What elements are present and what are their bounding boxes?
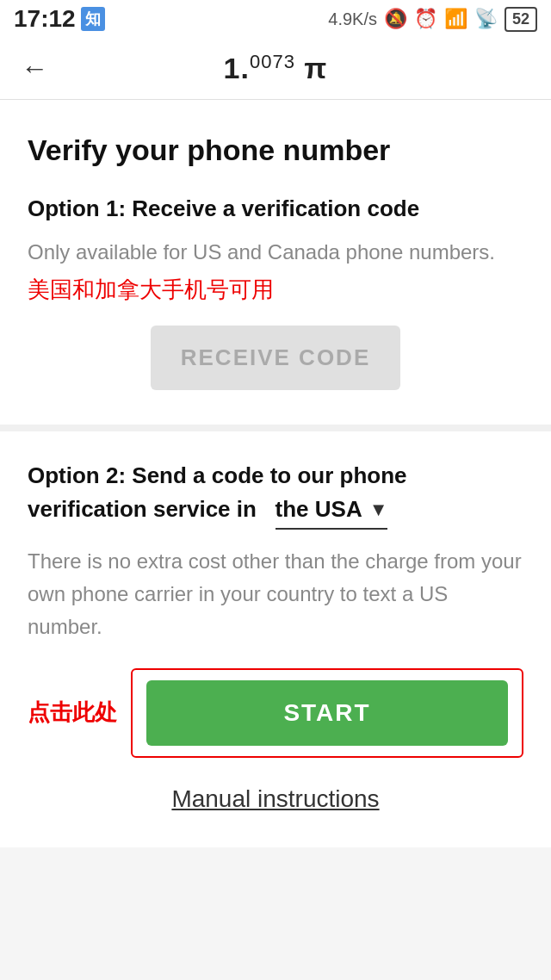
click-here-annotation: 点击此处	[28, 698, 117, 728]
country-dropdown[interactable]: the USA ▼	[276, 493, 388, 530]
title-decimal: 0073	[250, 51, 295, 72]
option2-title-line1: Option 2: Send a code to our phone	[28, 462, 407, 488]
battery-icon: 52	[505, 7, 537, 32]
manual-instructions-link[interactable]: Manual instructions	[28, 785, 523, 813]
main-content: Verify your phone number Option 1: Recei…	[0, 100, 551, 847]
option2-description: There is no extra cost other than the ch…	[28, 545, 523, 644]
back-button[interactable]: ←	[21, 53, 48, 84]
signal-icon: 📶	[444, 8, 467, 30]
nav-bar: ← 1.0073 π	[0, 38, 551, 100]
page-title-header: 1.0073 π	[224, 51, 328, 85]
start-button-box: START	[131, 668, 523, 758]
status-bar: 17:12 知 4.9K/s 🔕 ⏰ 📶 📡 52	[0, 0, 551, 38]
start-container: 点击此处 START	[28, 668, 523, 758]
network-speed: 4.9K/s	[328, 9, 377, 29]
dropdown-arrow-icon: ▼	[369, 495, 388, 524]
start-button[interactable]: START	[146, 680, 508, 746]
status-right: 4.9K/s 🔕 ⏰ 📶 📡 52	[328, 7, 537, 32]
option2-section: Option 2: Send a code to our phone verif…	[28, 459, 523, 813]
status-left: 17:12 知	[14, 5, 105, 33]
wifi-icon: 📡	[474, 8, 498, 30]
verify-phone-title: Verify your phone number	[28, 131, 523, 169]
title-number: 1.	[224, 53, 250, 85]
status-badge: 知	[81, 7, 105, 31]
title-symbol: π	[304, 53, 327, 85]
option1-subtitle: Only available for US and Canada phone n…	[28, 237, 523, 268]
mute-icon: 🔕	[384, 8, 407, 30]
option2-title: Option 2: Send a code to our phone verif…	[28, 459, 523, 530]
option1-title: Option 1: Receive a verification code	[28, 193, 523, 224]
dropdown-value: the USA	[276, 493, 362, 526]
status-time: 17:12	[14, 5, 76, 33]
alarm-icon: ⏰	[414, 8, 437, 30]
option2-title-line2: verification service in	[28, 496, 257, 522]
section-divider	[0, 425, 551, 431]
option1-section: Option 1: Receive a verification code On…	[28, 193, 523, 389]
option1-annotation: 美国和加拿大手机号可用	[28, 275, 523, 305]
receive-code-button[interactable]: RECEIVE CODE	[151, 326, 400, 390]
